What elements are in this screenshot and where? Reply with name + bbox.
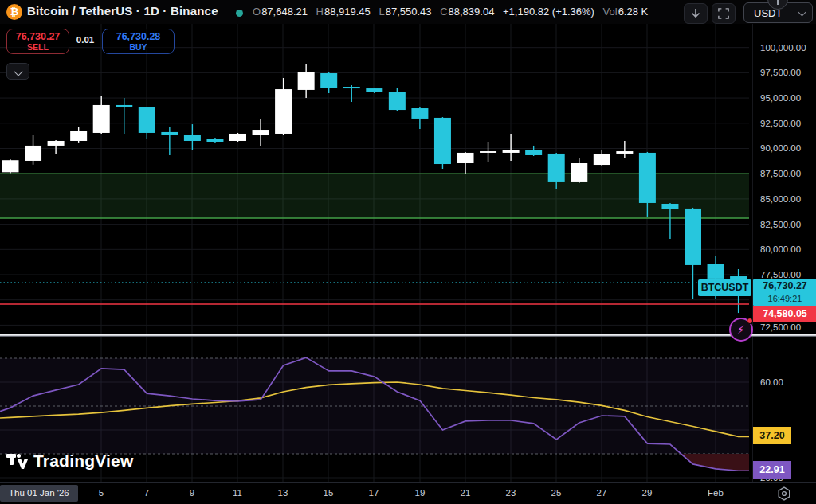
watermark-text: TradingView	[33, 451, 134, 471]
symbol-price-tag: BTCUSDT	[698, 279, 751, 296]
price-axis-label: 97,500.00	[760, 68, 801, 77]
time-axis[interactable]: Thu 01 Jan '26 57911131517192123252729Fe…	[0, 482, 816, 504]
open-label: O	[253, 6, 261, 18]
tradingview-watermark: TradingView	[6, 451, 134, 471]
chevron-down-icon	[798, 9, 806, 17]
fullscreen-icon	[718, 8, 729, 19]
sell-label: SELL	[7, 42, 69, 52]
time-axis-tick: 17	[369, 488, 379, 498]
price-axis-label: 95,000.00	[760, 93, 801, 103]
bitcoin-logo-icon: ₿	[6, 4, 22, 20]
price-axis-label: 82,500.00	[760, 220, 801, 229]
close-label: C	[440, 6, 447, 18]
sell-price: 76,730.27	[7, 31, 69, 42]
time-axis-tick: 29	[642, 488, 653, 498]
notification-dot	[747, 318, 753, 324]
price-axis-label: 87,500.00	[760, 169, 801, 178]
buy-label: BUY	[103, 42, 174, 52]
bar-countdown: 16:49:21	[753, 293, 816, 304]
time-axis-tick: 13	[278, 488, 288, 498]
fullscreen-button[interactable]	[712, 3, 736, 24]
close-value: 88,839.04	[449, 6, 495, 18]
market-status-dot[interactable]	[236, 10, 243, 17]
current-price-box[interactable]: 76,730.27 16:49:21	[753, 279, 816, 306]
timezone-settings-icon[interactable]	[776, 486, 792, 501]
high-label: H	[316, 6, 324, 18]
crosshair-date-box: Thu 01 Jan '26	[0, 485, 78, 502]
time-axis-tick: Feb	[708, 488, 724, 498]
alert-price-box[interactable]: 74,580.05	[753, 306, 816, 322]
price-axis-label: 85,000.00	[760, 194, 801, 204]
ohlc-readout: O87,648.21 H88,919.45 L87,550.43 C88,839…	[253, 6, 648, 18]
buy-button[interactable]: 76,730.28 BUY	[102, 29, 175, 54]
time-axis-tick: 19	[415, 488, 426, 498]
time-axis-tick: 25	[551, 488, 562, 498]
volume-value: 6.28 K	[618, 6, 649, 18]
collapse-widget-button[interactable]	[6, 63, 29, 80]
flash-lightning-icon[interactable]: ⚡	[729, 318, 753, 342]
time-axis-tick: 23	[506, 488, 516, 498]
rsi-value-box: 22.91	[753, 461, 791, 479]
price-axis-label: 92,500.00	[760, 119, 801, 128]
arrow-down-icon	[689, 8, 702, 19]
indicator-axis-label: 60.00	[760, 377, 783, 387]
volume-label: Vol	[603, 6, 618, 18]
change-value: +1,190.82 (+1.36%)	[503, 6, 594, 18]
open-value: 87,648.21	[261, 6, 308, 18]
buy-price: 76,730.28	[103, 31, 174, 42]
low-label: L	[379, 6, 384, 18]
tradingview-logo-icon	[6, 454, 28, 469]
price-axis[interactable]: 100,000.0097,500.0095,000.0092,500.0090,…	[752, 24, 816, 482]
price-axis-label: 100,000.00	[760, 43, 806, 53]
tradingview-chart-window: ₿ Bitcoin / TetherUS · 1D · Binance O87,…	[0, 0, 816, 504]
time-axis-tick: 21	[461, 488, 471, 498]
spread-value: 0.01	[70, 35, 100, 45]
header-bar: ₿ Bitcoin / TetherUS · 1D · Binance O87,…	[0, 0, 816, 24]
current-price-value: 76,730.27	[753, 279, 816, 293]
time-axis-tick: 15	[324, 488, 334, 498]
scroll-to-recent-button[interactable]	[684, 3, 708, 24]
low-value: 87,550.43	[386, 6, 432, 18]
price-axis-label: 90,000.00	[760, 143, 801, 153]
rsi-ma-value-box: 37.20	[753, 427, 791, 444]
time-axis-tick: 7	[144, 488, 149, 498]
price-axis-label: 72,500.00	[760, 322, 801, 332]
sell-button[interactable]: 76,730.27 SELL	[6, 29, 69, 54]
time-axis-tick: 11	[233, 488, 242, 498]
price-axis-label: 77,500.00	[760, 270, 801, 279]
price-axis-label: 80,000.00	[760, 244, 801, 254]
price-chart-canvas[interactable]	[0, 24, 752, 482]
time-axis-tick: 27	[597, 488, 607, 498]
time-axis-tick: 5	[99, 488, 104, 498]
high-value: 88,919.45	[324, 6, 371, 18]
time-axis-tick: 9	[190, 488, 194, 498]
pane-separator-handle[interactable]	[0, 334, 816, 337]
symbol-title[interactable]: Bitcoin / TetherUS · 1D · Binance	[27, 4, 218, 18]
